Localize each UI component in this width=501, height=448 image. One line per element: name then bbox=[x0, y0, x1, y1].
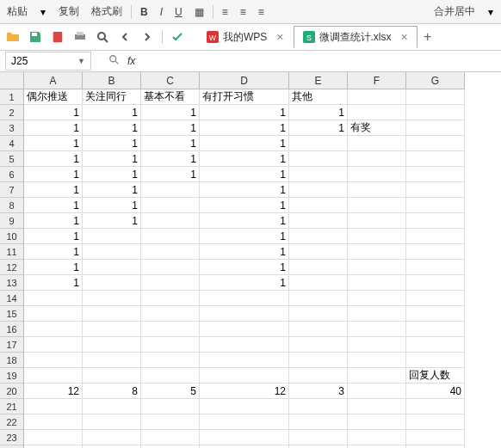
cell[interactable] bbox=[406, 167, 465, 182]
cell[interactable]: 1 bbox=[24, 275, 83, 291]
cell[interactable] bbox=[83, 260, 141, 275]
cell[interactable]: 有奖 bbox=[348, 120, 406, 136]
cell[interactable]: 1 bbox=[289, 120, 348, 136]
cell[interactable]: 有打开习惯 bbox=[200, 89, 289, 105]
cell[interactable] bbox=[289, 244, 348, 260]
cell[interactable]: 1 bbox=[200, 136, 289, 151]
cell[interactable]: 回复人数 bbox=[406, 368, 465, 384]
cell[interactable] bbox=[406, 322, 465, 337]
new-tab-button[interactable]: + bbox=[418, 27, 438, 47]
cell[interactable] bbox=[348, 353, 406, 368]
cell[interactable] bbox=[24, 399, 83, 414]
cell[interactable] bbox=[406, 260, 465, 275]
cell[interactable] bbox=[348, 384, 406, 399]
row-header[interactable]: 14 bbox=[0, 291, 24, 306]
cell[interactable] bbox=[348, 291, 406, 306]
close-icon[interactable]: × bbox=[276, 30, 283, 44]
cell[interactable] bbox=[348, 306, 406, 322]
cell[interactable] bbox=[406, 151, 465, 167]
cell[interactable]: 1 bbox=[200, 229, 289, 244]
row-header[interactable]: 5 bbox=[0, 151, 24, 167]
cells-area[interactable]: 偶尔推送关注同行基本不看有打开习惯其他1111111111有奖111111111… bbox=[24, 89, 465, 448]
cell[interactable]: 1 bbox=[24, 105, 83, 120]
column-header[interactable]: F bbox=[348, 72, 406, 89]
cell[interactable] bbox=[141, 399, 200, 414]
cell[interactable] bbox=[200, 322, 289, 337]
close-icon[interactable]: × bbox=[401, 30, 408, 44]
cell[interactable] bbox=[289, 368, 348, 384]
redo-icon[interactable] bbox=[139, 29, 155, 45]
cell[interactable]: 1 bbox=[24, 260, 83, 275]
cell[interactable] bbox=[289, 213, 348, 229]
cell[interactable]: 1 bbox=[24, 167, 83, 182]
paste-button[interactable]: 粘贴 bbox=[3, 3, 31, 21]
cell[interactable] bbox=[200, 414, 289, 430]
cell[interactable] bbox=[141, 291, 200, 306]
cell[interactable]: 1 bbox=[83, 105, 141, 120]
row-header[interactable]: 22 bbox=[0, 414, 24, 430]
cell[interactable] bbox=[83, 368, 141, 384]
cell[interactable] bbox=[289, 182, 348, 198]
cell[interactable] bbox=[348, 105, 406, 120]
cell[interactable] bbox=[348, 182, 406, 198]
cell[interactable] bbox=[289, 229, 348, 244]
row-header[interactable]: 4 bbox=[0, 136, 24, 151]
cell[interactable] bbox=[141, 198, 200, 213]
save-icon[interactable] bbox=[28, 29, 43, 45]
tab-wps-home[interactable]: W 我的WPS × bbox=[197, 26, 294, 48]
column-header[interactable]: E bbox=[289, 72, 348, 89]
preview-icon[interactable] bbox=[95, 29, 110, 45]
cell[interactable]: 40 bbox=[406, 384, 465, 399]
cell[interactable] bbox=[141, 306, 200, 322]
cell[interactable] bbox=[289, 198, 348, 213]
row-header[interactable]: 13 bbox=[0, 275, 24, 291]
cell[interactable] bbox=[289, 151, 348, 167]
cell[interactable] bbox=[200, 306, 289, 322]
cell[interactable] bbox=[348, 89, 406, 105]
cell[interactable] bbox=[83, 275, 141, 291]
cell[interactable]: 1 bbox=[200, 244, 289, 260]
row-header[interactable]: 3 bbox=[0, 120, 24, 136]
fx-label[interactable]: fx bbox=[127, 55, 135, 67]
row-header[interactable]: 19 bbox=[0, 368, 24, 384]
cell[interactable] bbox=[289, 167, 348, 182]
cell[interactable] bbox=[83, 337, 141, 353]
column-header[interactable]: D bbox=[200, 72, 289, 89]
cell[interactable] bbox=[24, 291, 83, 306]
cell[interactable]: 1 bbox=[200, 260, 289, 275]
row-header[interactable]: 15 bbox=[0, 306, 24, 322]
cell[interactable] bbox=[289, 322, 348, 337]
cell[interactable] bbox=[406, 430, 465, 445]
cell[interactable] bbox=[348, 430, 406, 445]
bold-button[interactable]: B bbox=[137, 4, 152, 20]
cell[interactable] bbox=[141, 275, 200, 291]
cell[interactable] bbox=[141, 322, 200, 337]
cell[interactable] bbox=[24, 306, 83, 322]
cell[interactable] bbox=[141, 213, 200, 229]
cell[interactable]: 1 bbox=[200, 182, 289, 198]
cell[interactable]: 12 bbox=[24, 384, 83, 399]
cell[interactable] bbox=[83, 353, 141, 368]
select-all-corner[interactable] bbox=[0, 72, 24, 89]
row-header[interactable]: 6 bbox=[0, 167, 24, 182]
cell[interactable]: 1 bbox=[200, 275, 289, 291]
cell[interactable]: 关注同行 bbox=[83, 89, 141, 105]
cell[interactable]: 1 bbox=[141, 167, 200, 182]
cell[interactable] bbox=[289, 353, 348, 368]
cell[interactable] bbox=[289, 337, 348, 353]
italic-button[interactable]: I bbox=[157, 4, 166, 20]
row-header[interactable]: 7 bbox=[0, 182, 24, 198]
cell[interactable] bbox=[348, 229, 406, 244]
align-left-button[interactable]: ≡ bbox=[219, 4, 232, 20]
cell[interactable] bbox=[83, 399, 141, 414]
cell[interactable] bbox=[348, 414, 406, 430]
cell[interactable]: 1 bbox=[24, 229, 83, 244]
cell[interactable] bbox=[200, 353, 289, 368]
cell[interactable] bbox=[83, 229, 141, 244]
cell[interactable] bbox=[200, 430, 289, 445]
cell[interactable] bbox=[406, 306, 465, 322]
chevron-down-icon[interactable]: ▼ bbox=[77, 57, 85, 65]
format-brush-button[interactable]: 格式刷 bbox=[88, 3, 126, 21]
undo-icon[interactable] bbox=[117, 29, 133, 45]
cell[interactable] bbox=[406, 275, 465, 291]
